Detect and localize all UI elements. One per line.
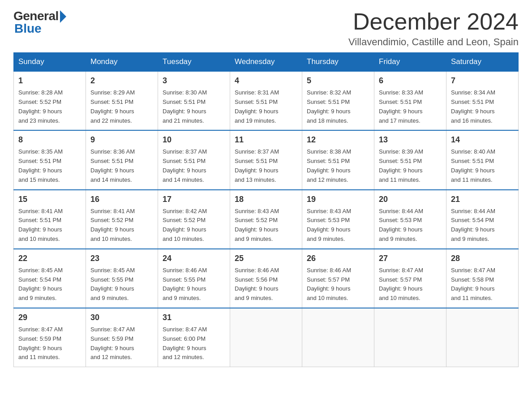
day-info: Sunrise: 8:32 AMSunset: 5:51 PMDaylight:… xyxy=(307,89,351,124)
day-info: Sunrise: 8:31 AMSunset: 5:51 PMDaylight:… xyxy=(235,89,279,124)
calendar-cell: 23 Sunrise: 8:45 AMSunset: 5:55 PMDaylig… xyxy=(86,249,158,308)
day-info: Sunrise: 8:30 AMSunset: 5:51 PMDaylight:… xyxy=(163,89,207,124)
calendar-cell: 30 Sunrise: 8:47 AMSunset: 5:59 PMDaylig… xyxy=(86,308,158,367)
day-number: 19 xyxy=(307,193,369,206)
day-info: Sunrise: 8:41 AMSunset: 5:51 PMDaylight:… xyxy=(18,208,63,242)
calendar-cell: 24 Sunrise: 8:46 AMSunset: 5:55 PMDaylig… xyxy=(158,249,230,308)
calendar-cell xyxy=(230,308,302,367)
day-number: 7 xyxy=(451,75,514,87)
calendar-week-row: 1 Sunrise: 8:28 AMSunset: 5:52 PMDayligh… xyxy=(14,71,519,130)
day-number: 16 xyxy=(90,193,153,206)
calendar-cell: 12 Sunrise: 8:38 AMSunset: 5:51 PMDaylig… xyxy=(302,130,374,189)
calendar-cell: 15 Sunrise: 8:41 AMSunset: 5:51 PMDaylig… xyxy=(14,190,86,249)
day-info: Sunrise: 8:28 AMSunset: 5:52 PMDaylight:… xyxy=(18,89,63,124)
day-info: Sunrise: 8:45 AMSunset: 5:55 PMDaylight:… xyxy=(90,267,135,301)
day-number: 20 xyxy=(379,193,442,206)
calendar-cell: 17 Sunrise: 8:42 AMSunset: 5:52 PMDaylig… xyxy=(158,190,230,249)
calendar-cell: 14 Sunrise: 8:40 AMSunset: 5:51 PMDaylig… xyxy=(446,130,519,189)
day-info: Sunrise: 8:37 AMSunset: 5:51 PMDaylight:… xyxy=(163,148,207,183)
day-info: Sunrise: 8:46 AMSunset: 5:57 PMDaylight:… xyxy=(307,267,351,301)
calendar-cell: 18 Sunrise: 8:43 AMSunset: 5:52 PMDaylig… xyxy=(230,190,302,249)
day-number: 11 xyxy=(235,134,297,146)
day-info: Sunrise: 8:33 AMSunset: 5:51 PMDaylight:… xyxy=(379,89,423,124)
calendar-cell: 13 Sunrise: 8:39 AMSunset: 5:51 PMDaylig… xyxy=(374,130,446,189)
day-number: 27 xyxy=(379,253,442,265)
day-info: Sunrise: 8:35 AMSunset: 5:51 PMDaylight:… xyxy=(18,148,63,183)
logo-blue-text: Blue xyxy=(14,21,42,36)
calendar-cell: 16 Sunrise: 8:41 AMSunset: 5:52 PMDaylig… xyxy=(86,190,158,249)
weekday-header-sunday: Sunday xyxy=(14,53,86,72)
calendar-cell: 10 Sunrise: 8:37 AMSunset: 5:51 PMDaylig… xyxy=(158,130,230,189)
day-number: 30 xyxy=(90,312,153,324)
day-number: 18 xyxy=(235,193,297,206)
day-info: Sunrise: 8:47 AMSunset: 6:00 PMDaylight:… xyxy=(163,326,207,360)
day-number: 23 xyxy=(90,253,153,265)
day-info: Sunrise: 8:45 AMSunset: 5:54 PMDaylight:… xyxy=(18,267,63,301)
logo-arrow-icon xyxy=(60,10,66,23)
calendar-cell: 26 Sunrise: 8:46 AMSunset: 5:57 PMDaylig… xyxy=(302,249,374,308)
day-info: Sunrise: 8:44 AMSunset: 5:53 PMDaylight:… xyxy=(379,208,423,242)
day-info: Sunrise: 8:40 AMSunset: 5:51 PMDaylight:… xyxy=(451,148,495,183)
day-info: Sunrise: 8:38 AMSunset: 5:51 PMDaylight:… xyxy=(307,148,351,183)
logo: General Blue xyxy=(13,9,66,36)
calendar-week-row: 29 Sunrise: 8:47 AMSunset: 5:59 PMDaylig… xyxy=(14,308,519,367)
calendar-cell: 7 Sunrise: 8:34 AMSunset: 5:51 PMDayligh… xyxy=(446,71,519,130)
location-title: Villavendimio, Castille and Leon, Spain xyxy=(348,36,519,48)
day-number: 31 xyxy=(163,312,225,324)
calendar-cell: 27 Sunrise: 8:47 AMSunset: 5:57 PMDaylig… xyxy=(374,249,446,308)
day-info: Sunrise: 8:47 AMSunset: 5:58 PMDaylight:… xyxy=(451,267,495,301)
day-number: 4 xyxy=(235,75,297,87)
day-number: 14 xyxy=(451,134,514,146)
day-number: 25 xyxy=(235,253,297,265)
calendar-cell: 28 Sunrise: 8:47 AMSunset: 5:58 PMDaylig… xyxy=(446,249,519,308)
day-number: 12 xyxy=(307,134,369,146)
day-info: Sunrise: 8:43 AMSunset: 5:52 PMDaylight:… xyxy=(235,208,279,242)
title-block: December 2024 Villavendimio, Castille an… xyxy=(348,9,519,48)
calendar-week-row: 15 Sunrise: 8:41 AMSunset: 5:51 PMDaylig… xyxy=(14,190,519,249)
day-number: 21 xyxy=(451,193,514,206)
weekday-header-thursday: Thursday xyxy=(302,53,374,72)
weekday-header-tuesday: Tuesday xyxy=(158,53,230,72)
page-header: General Blue December 2024 Villavendimio… xyxy=(13,9,519,48)
calendar-week-row: 8 Sunrise: 8:35 AMSunset: 5:51 PMDayligh… xyxy=(14,130,519,189)
day-info: Sunrise: 8:29 AMSunset: 5:51 PMDaylight:… xyxy=(90,89,135,124)
day-number: 1 xyxy=(18,75,81,87)
calendar-cell xyxy=(446,308,519,367)
weekday-header-saturday: Saturday xyxy=(446,53,519,72)
calendar-cell: 29 Sunrise: 8:47 AMSunset: 5:59 PMDaylig… xyxy=(14,308,86,367)
day-info: Sunrise: 8:47 AMSunset: 5:57 PMDaylight:… xyxy=(379,267,423,301)
calendar-cell: 20 Sunrise: 8:44 AMSunset: 5:53 PMDaylig… xyxy=(374,190,446,249)
day-info: Sunrise: 8:42 AMSunset: 5:52 PMDaylight:… xyxy=(163,208,207,242)
day-number: 26 xyxy=(307,253,369,265)
calendar-cell: 5 Sunrise: 8:32 AMSunset: 5:51 PMDayligh… xyxy=(302,71,374,130)
day-number: 22 xyxy=(18,253,81,265)
calendar-cell xyxy=(374,308,446,367)
calendar-cell: 8 Sunrise: 8:35 AMSunset: 5:51 PMDayligh… xyxy=(14,130,86,189)
calendar-cell: 2 Sunrise: 8:29 AMSunset: 5:51 PMDayligh… xyxy=(86,71,158,130)
calendar-cell: 3 Sunrise: 8:30 AMSunset: 5:51 PMDayligh… xyxy=(158,71,230,130)
weekday-header-monday: Monday xyxy=(86,53,158,72)
day-info: Sunrise: 8:37 AMSunset: 5:51 PMDaylight:… xyxy=(235,148,279,183)
day-info: Sunrise: 8:46 AMSunset: 5:56 PMDaylight:… xyxy=(235,267,279,301)
day-number: 6 xyxy=(379,75,442,87)
calendar-cell: 31 Sunrise: 8:47 AMSunset: 6:00 PMDaylig… xyxy=(158,308,230,367)
day-number: 9 xyxy=(90,134,153,146)
day-info: Sunrise: 8:41 AMSunset: 5:52 PMDaylight:… xyxy=(90,208,135,242)
day-number: 28 xyxy=(451,253,514,265)
weekday-header-row: SundayMondayTuesdayWednesdayThursdayFrid… xyxy=(14,53,519,72)
day-info: Sunrise: 8:39 AMSunset: 5:51 PMDaylight:… xyxy=(379,148,423,183)
day-info: Sunrise: 8:43 AMSunset: 5:53 PMDaylight:… xyxy=(307,208,351,242)
month-title: December 2024 xyxy=(348,9,519,34)
calendar-cell: 22 Sunrise: 8:45 AMSunset: 5:54 PMDaylig… xyxy=(14,249,86,308)
weekday-header-friday: Friday xyxy=(374,53,446,72)
day-info: Sunrise: 8:46 AMSunset: 5:55 PMDaylight:… xyxy=(163,267,207,301)
calendar-cell: 21 Sunrise: 8:44 AMSunset: 5:54 PMDaylig… xyxy=(446,190,519,249)
day-number: 24 xyxy=(163,253,225,265)
day-info: Sunrise: 8:34 AMSunset: 5:51 PMDaylight:… xyxy=(451,89,495,124)
day-number: 17 xyxy=(163,193,225,206)
day-info: Sunrise: 8:44 AMSunset: 5:54 PMDaylight:… xyxy=(451,208,495,242)
day-info: Sunrise: 8:36 AMSunset: 5:51 PMDaylight:… xyxy=(90,148,135,183)
calendar-cell: 1 Sunrise: 8:28 AMSunset: 5:52 PMDayligh… xyxy=(14,71,86,130)
day-info: Sunrise: 8:47 AMSunset: 5:59 PMDaylight:… xyxy=(18,326,63,360)
day-number: 29 xyxy=(18,312,81,324)
